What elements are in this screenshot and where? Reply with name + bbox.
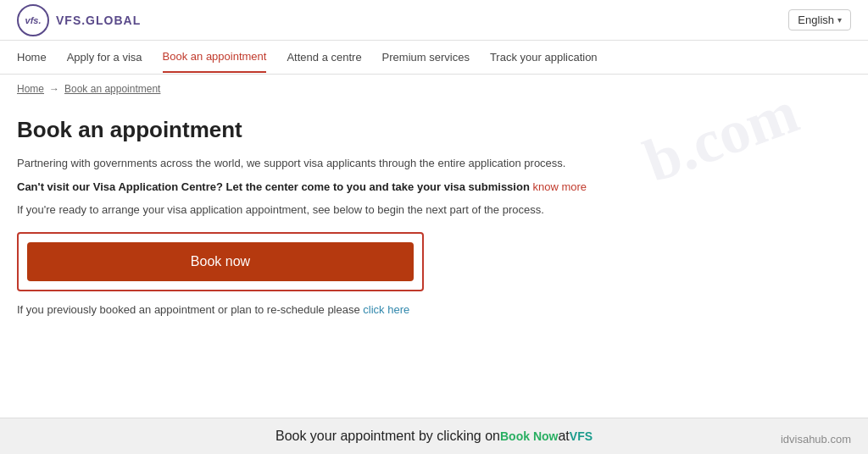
description-1: Partnering with governments across the w… — [17, 155, 851, 172]
language-selector[interactable]: English ▾ — [788, 9, 851, 30]
reschedule-prefix: If you previously booked an appointment … — [17, 303, 363, 316]
banner-vfs-link[interactable]: VFS — [570, 429, 593, 443]
bottom-banner: Book your appointment by clicking on Boo… — [0, 418, 868, 454]
nav-item-attend-a-centre[interactable]: Attend a centre — [287, 42, 361, 72]
nav-item-book-an-appointment[interactable]: Book an appointment — [163, 42, 267, 73]
reschedule-link[interactable]: click here — [363, 303, 409, 316]
header: vfs. VFS.GLOBAL English ▾ — [0, 0, 868, 41]
breadcrumb-home[interactable]: Home — [17, 83, 44, 95]
chevron-down-icon: ▾ — [837, 15, 842, 25]
book-now-container: Book now — [17, 232, 424, 291]
breadcrumb-current[interactable]: Book an appointment — [64, 83, 160, 95]
page-title: Book an appointment — [17, 117, 851, 143]
description-2: Can't visit our Visa Application Centre?… — [17, 179, 851, 196]
reschedule-text: If you previously booked an appointment … — [17, 303, 851, 316]
banner-text-middle: at — [558, 429, 569, 444]
nav-item-home[interactable]: Home — [17, 42, 47, 72]
logo-area: vfs. VFS.GLOBAL — [17, 4, 141, 36]
desc2-prefix-text: Can't visit our Visa Application Centre?… — [17, 180, 532, 193]
idvisahub-label: idvisahub.com — [781, 433, 851, 446]
nav-item-premium-services[interactable]: Premium services — [382, 42, 470, 72]
banner-book-now-link[interactable]: Book Now — [500, 429, 558, 443]
book-now-button[interactable]: Book now — [27, 242, 414, 281]
main-content: Book an appointment Partnering with gove… — [0, 103, 868, 326]
banner-text-prefix: Book your appointment by clicking on — [275, 429, 500, 444]
logo-icon: vfs. — [17, 4, 49, 36]
nav-item-apply-for-a-visa[interactable]: Apply for a visa — [67, 42, 142, 72]
brand-name: VFS.GLOBAL — [56, 14, 141, 27]
language-label: English — [798, 14, 834, 26]
nav-item-track-your-application[interactable]: Track your application — [490, 42, 598, 72]
breadcrumb: Home → Book an appointment — [0, 75, 868, 103]
main-nav: Home Apply for a visa Book an appointmen… — [0, 41, 868, 75]
know-more-link[interactable]: know more — [532, 180, 587, 193]
breadcrumb-separator: → — [49, 83, 59, 95]
logo-vfs-text: vfs. — [25, 15, 42, 25]
description-3: If you're ready to arrange your visa app… — [17, 202, 851, 219]
